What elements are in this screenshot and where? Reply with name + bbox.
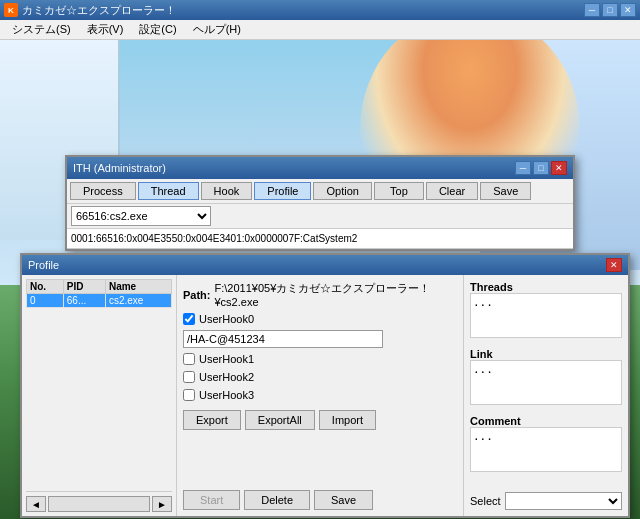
start-button[interactable]: Start — [183, 490, 240, 510]
ith-maximize-button[interactable]: □ — [533, 161, 549, 175]
toolbar-process-button[interactable]: Process — [70, 182, 136, 200]
menu-view[interactable]: 表示(V) — [79, 20, 132, 39]
col-pid: PID — [63, 280, 105, 294]
toolbar-save-button[interactable]: Save — [480, 182, 531, 200]
comment-label: Comment — [470, 415, 622, 427]
toolbar-profile-button[interactable]: Profile — [254, 182, 311, 200]
path-value: F:\2011¥05¥カミカゼ☆エクスプローラー！¥cs2.exe — [215, 281, 458, 308]
toolbar-hook-button[interactable]: Hook — [201, 182, 253, 200]
threads-textarea[interactable]: ... — [470, 293, 622, 338]
comment-section: Comment ... — [470, 415, 622, 474]
userhook0-checkbox[interactable] — [183, 313, 195, 325]
app-close-button[interactable]: ✕ — [620, 3, 636, 17]
app-title-buttons: ─ □ ✕ — [584, 3, 636, 17]
app-title: カミカゼ☆エクスプローラー！ — [22, 3, 584, 18]
path-label: Path: — [183, 289, 211, 301]
threads-section: Threads ... — [470, 281, 622, 340]
ith-title-buttons: ─ □ ✕ — [515, 161, 567, 175]
ith-title-text: ITH (Administrator) — [73, 162, 515, 174]
app-minimize-button[interactable]: ─ — [584, 3, 600, 17]
col-no: No. — [27, 280, 64, 294]
userhook3-row: UserHook3 — [183, 389, 457, 401]
userhook0-label: UserHook0 — [199, 313, 254, 325]
cell-no: 0 — [27, 294, 64, 308]
app-icon: K — [4, 3, 18, 17]
select-combo[interactable] — [505, 492, 622, 510]
toolbar-clear-button[interactable]: Clear — [426, 182, 478, 200]
horizontal-scrollbar[interactable] — [48, 496, 150, 512]
action-buttons: Export ExportAll Import — [183, 410, 457, 430]
profile-window: Profile ✕ No. PID Name 0 66... cs2.exe — [20, 253, 630, 518]
userhook1-label: UserHook1 — [199, 353, 254, 365]
userhook1-row: UserHook1 — [183, 353, 457, 365]
cell-name: cs2.exe — [105, 294, 171, 308]
toolbar-option-button[interactable]: Option — [313, 182, 371, 200]
ith-toolbar: Process Thread Hook Profile Option Top C… — [67, 179, 573, 204]
app-maximize-button[interactable]: □ — [602, 3, 618, 17]
profile-save-button[interactable]: Save — [314, 490, 373, 510]
right-panel: Threads ... Link ... Comment ... Select — [463, 275, 628, 516]
process-table: No. PID Name 0 66... cs2.exe — [26, 279, 172, 308]
bottom-buttons: Start Delete Save — [183, 490, 457, 510]
ith-title-bar: ITH (Administrator) ─ □ ✕ — [67, 157, 573, 179]
ith-close-button[interactable]: ✕ — [551, 161, 567, 175]
table-row[interactable]: 0 66... cs2.exe — [27, 294, 172, 308]
nav-left-button[interactable]: ◄ — [26, 496, 46, 512]
import-button[interactable]: Import — [319, 410, 376, 430]
link-textarea[interactable]: ... — [470, 360, 622, 405]
userhook2-row: UserHook2 — [183, 371, 457, 383]
delete-button[interactable]: Delete — [244, 490, 310, 510]
path-row: Path: F:\2011¥05¥カミカゼ☆エクスプローラー！¥cs2.exe — [183, 281, 457, 308]
menu-settings[interactable]: 設定(C) — [131, 20, 184, 39]
userhook0-input[interactable] — [183, 330, 383, 348]
col-name: Name — [105, 280, 171, 294]
userhook2-label: UserHook2 — [199, 371, 254, 383]
menu-bar: システム(S) 表示(V) 設定(C) ヘルプ(H) — [0, 20, 640, 40]
userhook0-row: UserHook0 — [183, 313, 457, 325]
userhook3-label: UserHook3 — [199, 389, 254, 401]
userhook2-checkbox[interactable] — [183, 371, 195, 383]
select-label: Select — [470, 495, 501, 507]
ith-minimize-button[interactable]: ─ — [515, 161, 531, 175]
comment-textarea[interactable]: ... — [470, 427, 622, 472]
ith-window: ITH (Administrator) ─ □ ✕ Process Thread… — [65, 155, 575, 251]
userhook3-checkbox[interactable] — [183, 389, 195, 401]
app-title-bar: K カミカゼ☆エクスプローラー！ ─ □ ✕ — [0, 0, 640, 20]
middle-panel: Path: F:\2011¥05¥カミカゼ☆エクスプローラー！¥cs2.exe … — [177, 275, 463, 516]
link-label: Link — [470, 348, 622, 360]
select-row: Select — [470, 492, 622, 510]
address-text: 0001:66516:0x004E3550:0x004E3401:0x00000… — [71, 233, 357, 244]
cell-pid: 66... — [63, 294, 105, 308]
profile-close-button[interactable]: ✕ — [606, 258, 622, 272]
toolbar-top-button[interactable]: Top — [374, 182, 424, 200]
profile-content: No. PID Name 0 66... cs2.exe ◄ ► — [22, 275, 628, 516]
profile-title-text: Profile — [28, 259, 606, 271]
exportall-button[interactable]: ExportAll — [245, 410, 315, 430]
left-nav-row: ◄ ► — [26, 491, 172, 512]
menu-system[interactable]: システム(S) — [4, 20, 79, 39]
link-section: Link ... — [470, 348, 622, 407]
menu-help[interactable]: ヘルプ(H) — [185, 20, 249, 39]
userhook1-checkbox[interactable] — [183, 353, 195, 365]
export-button[interactable]: Export — [183, 410, 241, 430]
nav-right-button[interactable]: ► — [152, 496, 172, 512]
process-select[interactable]: 66516:cs2.exe — [71, 206, 211, 226]
toolbar-thread-button[interactable]: Thread — [138, 182, 199, 200]
process-dropdown-row: 66516:cs2.exe — [67, 204, 573, 229]
address-bar: 0001:66516:0x004E3550:0x004E3401:0x00000… — [67, 229, 573, 249]
profile-title-bar: Profile ✕ — [22, 255, 628, 275]
left-panel: No. PID Name 0 66... cs2.exe ◄ ► — [22, 275, 177, 516]
threads-label: Threads — [470, 281, 622, 293]
